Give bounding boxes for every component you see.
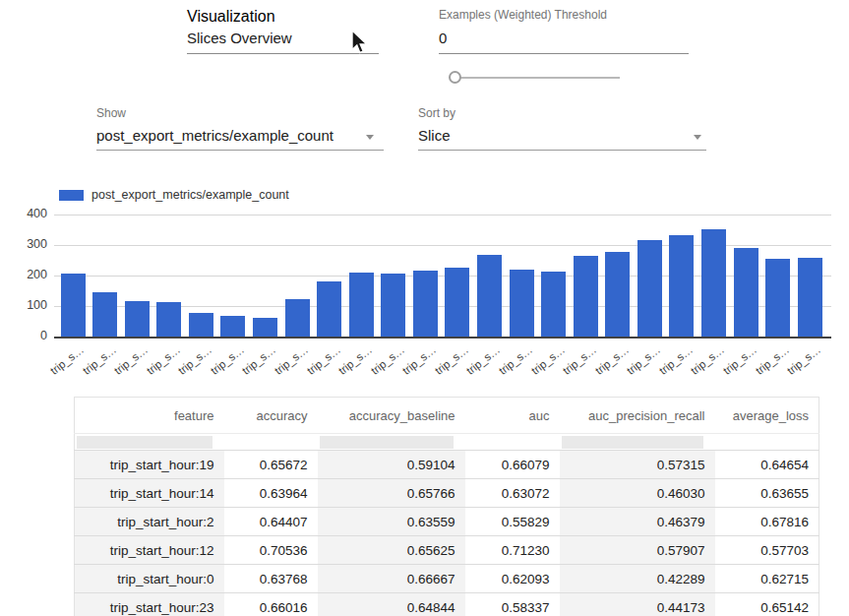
chevron-down-icon[interactable] [694, 135, 701, 140]
visualization-label: Visualization [187, 8, 275, 26]
threshold-underline [439, 53, 689, 54]
threshold-slider[interactable] [443, 67, 639, 89]
slices-bar-chart: post_export_metrics/example_count 010020… [0, 182, 849, 379]
threshold-label: Examples (Weighted) Threshold [439, 8, 607, 22]
column-header-feature[interactable]: feature [75, 398, 224, 434]
y-axis-tick-label: 0 [8, 329, 47, 342]
metric-cell: 0.63768 [224, 565, 318, 593]
bar-4[interactable] [189, 313, 213, 337]
filter-cell [560, 434, 715, 451]
bar-9[interactable] [349, 273, 374, 337]
bar-16[interactable] [574, 256, 598, 337]
table-row: trip_start_hour:00.637680.666670.620930.… [75, 565, 819, 593]
show-underline [96, 150, 384, 151]
mouse-cursor-icon [350, 30, 369, 55]
gridline-y0 [54, 337, 831, 339]
gridline-y400 [54, 215, 831, 216]
bar-12[interactable] [445, 268, 469, 337]
bar-5[interactable] [220, 316, 245, 337]
metric-cell: 0.46379 [560, 508, 715, 536]
metrics-table-container: featureaccuracyaccuracy_baselineaucauc_p… [74, 397, 819, 616]
metric-cell: 0.65672 [224, 451, 318, 479]
metric-cell: 0.62715 [715, 565, 819, 593]
feature-cell: trip_start_hour:23 [75, 593, 224, 616]
column-header-accuracy[interactable]: accuracy [224, 398, 318, 434]
column-header-accuracy_baseline[interactable]: accuracy_baseline [318, 398, 465, 434]
chevron-down-icon[interactable] [366, 135, 374, 140]
metric-cell: 0.58337 [465, 593, 560, 616]
bar-2[interactable] [125, 301, 150, 337]
column-header-auc[interactable]: auc [465, 398, 560, 434]
bar-13[interactable] [477, 255, 502, 337]
y-axis-tick-label: 100 [8, 298, 47, 312]
metric-cell: 0.59104 [318, 451, 465, 479]
bar-7[interactable] [285, 299, 310, 337]
bar-6[interactable] [253, 318, 277, 337]
bar-15[interactable] [541, 272, 566, 337]
column-header-auc_precision_recall[interactable]: auc_precision_recall [560, 398, 715, 434]
bar-22[interactable] [765, 259, 790, 337]
metric-cell: 0.70536 [224, 536, 318, 565]
feature-cell: trip_start_hour:0 [75, 565, 224, 593]
metric-cell: 0.65625 [318, 536, 465, 565]
metric-cell: 0.66016 [224, 593, 318, 616]
metric-cell: 0.63655 [715, 479, 819, 508]
show-label: Show [96, 106, 126, 120]
metric-cell: 0.62093 [465, 565, 560, 593]
sort-by-label: Sort by [418, 106, 455, 120]
table-header-row: featureaccuracyaccuracy_baselineaucauc_p… [75, 398, 819, 434]
metric-cell: 0.57907 [560, 536, 715, 565]
bar-8[interactable] [317, 281, 341, 337]
y-axis-tick-label: 300 [8, 237, 47, 251]
table-filter-row [75, 434, 819, 451]
feature-cell: trip_start_hour:14 [75, 479, 224, 508]
sort-by-dropdown[interactable]: Slice [418, 125, 706, 152]
bar-18[interactable] [637, 240, 662, 337]
bar-23[interactable] [798, 258, 822, 337]
column-header-average_loss[interactable]: average_loss [715, 398, 819, 434]
feature-cell: trip_start_hour:12 [75, 536, 224, 565]
metric-cell: 0.63072 [465, 479, 560, 508]
metric-cell: 0.66079 [465, 451, 560, 479]
bar-11[interactable] [413, 271, 438, 337]
sort-by-value: Slice [418, 127, 451, 144]
slider-thumb[interactable] [449, 71, 461, 84]
bar-3[interactable] [156, 302, 181, 337]
slider-track[interactable] [458, 77, 620, 79]
metric-cell: 0.44173 [560, 593, 715, 616]
table-row: trip_start_hour:140.639640.657660.630720… [75, 479, 819, 508]
threshold-input[interactable] [439, 28, 685, 48]
filter-cell [224, 434, 318, 451]
metric-cell: 0.67816 [715, 508, 819, 536]
sort-by-underline [418, 150, 706, 151]
bar-19[interactable] [669, 235, 694, 337]
table-row: trip_start_hour:20.644070.635590.558290.… [75, 508, 819, 536]
bar-10[interactable] [381, 274, 405, 337]
show-dropdown[interactable]: post_export_metrics/example_count [96, 125, 384, 152]
y-axis-tick-label: 200 [8, 268, 47, 281]
metric-cell: 0.71230 [465, 536, 560, 565]
metrics-table: featureaccuracyaccuracy_baselineaucauc_p… [74, 397, 819, 616]
bar-20[interactable] [701, 229, 726, 337]
metric-cell: 0.57315 [560, 451, 715, 479]
feature-cell: trip_start_hour:19 [75, 451, 224, 479]
bar-0[interactable] [61, 274, 86, 337]
bar-21[interactable] [734, 248, 758, 337]
metric-cell: 0.64844 [318, 593, 465, 616]
filter-cell [318, 434, 465, 451]
metric-cell: 0.55829 [465, 508, 560, 536]
bar-1[interactable] [92, 292, 117, 337]
metric-cell: 0.64407 [224, 508, 318, 536]
feature-cell: trip_start_hour:2 [75, 508, 224, 536]
filter-cell [715, 434, 819, 451]
metric-cell: 0.46030 [560, 479, 715, 508]
visualization-value: Slices Overview [187, 30, 292, 46]
filter-cell [75, 434, 224, 451]
metric-cell: 0.57703 [715, 536, 819, 565]
show-value: post_export_metrics/example_count [96, 127, 334, 144]
bar-14[interactable] [510, 270, 534, 338]
table-row: trip_start_hour:120.705360.656250.712300… [75, 536, 819, 565]
metric-cell: 0.63964 [224, 479, 318, 508]
bar-17[interactable] [605, 252, 630, 337]
metric-cell: 0.64654 [715, 451, 819, 479]
